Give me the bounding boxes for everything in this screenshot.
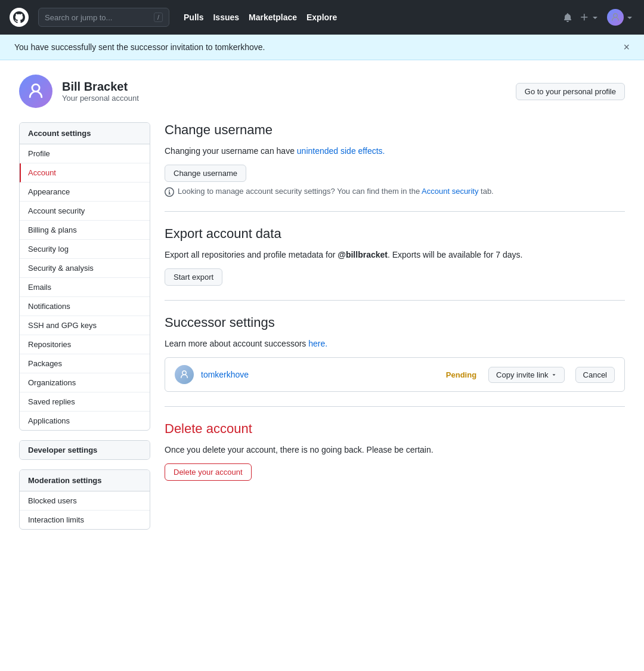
sidebar-item-notifications[interactable]: Notifications bbox=[20, 297, 150, 316]
change-username-title: Change username bbox=[165, 122, 625, 138]
pending-badge: Pending bbox=[446, 370, 476, 379]
sidebar-item-repositories[interactable]: Repositories bbox=[20, 335, 150, 354]
nav-pulls[interactable]: Pulls bbox=[184, 13, 203, 22]
sidebar-item-security-log[interactable]: Security log bbox=[20, 240, 150, 259]
add-new-button[interactable] bbox=[580, 13, 600, 22]
sidebar-item-interaction-limits[interactable]: Interaction limits bbox=[20, 511, 150, 529]
cancel-invitation-button[interactable]: Cancel bbox=[575, 367, 615, 383]
info-circle-icon bbox=[165, 187, 174, 197]
go-to-profile-button[interactable]: Go to your personal profile bbox=[516, 83, 625, 100]
sidebar-item-organizations[interactable]: Organizations bbox=[20, 373, 150, 392]
successor-desc: Learn more about account successors here… bbox=[165, 338, 625, 350]
successor-settings-title: Successor settings bbox=[165, 315, 625, 330]
delete-account-desc: Once you delete your account, there is n… bbox=[165, 444, 625, 456]
export-account-section: Export account data Export all repositor… bbox=[165, 226, 625, 301]
sidebar-item-blocked-users[interactable]: Blocked users bbox=[20, 491, 150, 511]
sidebar-item-emails[interactable]: Emails bbox=[20, 278, 150, 297]
notifications-bell-button[interactable] bbox=[563, 13, 572, 22]
search-slash-badge: / bbox=[154, 13, 163, 22]
account-security-info: Looking to manage account security setti… bbox=[178, 187, 494, 196]
successor-settings-section: Successor settings Learn more about acco… bbox=[165, 315, 625, 407]
delete-account-button[interactable]: Delete your account bbox=[165, 463, 252, 481]
sidebar-item-ssh-gpg[interactable]: SSH and GPG keys bbox=[20, 316, 150, 335]
export-account-desc: Export all repositories and profile meta… bbox=[165, 249, 625, 261]
account-security-link[interactable]: Account security bbox=[422, 187, 478, 196]
user-subtext: Your personal account bbox=[62, 94, 139, 103]
banner-close-button[interactable]: × bbox=[623, 42, 630, 52]
user-header: Bill Bracket Your personal account Go to… bbox=[19, 75, 625, 108]
delete-account-section: Delete account Once you delete your acco… bbox=[165, 421, 625, 495]
avatar bbox=[19, 75, 52, 108]
sidebar-item-billing[interactable]: Billing & plans bbox=[20, 221, 150, 240]
user-avatar-menu[interactable] bbox=[607, 9, 634, 26]
banner-message: You have successfully sent the successor… bbox=[14, 42, 265, 52]
sidebar-item-account[interactable]: Account bbox=[20, 163, 150, 183]
start-export-button[interactable]: Start export bbox=[165, 268, 222, 286]
successor-username-link[interactable]: tomkerkhove bbox=[201, 370, 439, 379]
success-banner: You have successfully sent the successor… bbox=[0, 35, 644, 60]
sidebar: Account settings Profile Account Appeara… bbox=[19, 122, 150, 539]
change-username-section: Change username Changing your username c… bbox=[165, 122, 625, 212]
github-logo[interactable] bbox=[10, 8, 29, 27]
successor-avatar bbox=[175, 365, 194, 384]
successor-here-link[interactable]: here. bbox=[308, 339, 327, 348]
export-account-title: Export account data bbox=[165, 226, 625, 242]
copy-invite-link-button[interactable]: Copy invite link bbox=[488, 367, 564, 383]
change-username-button[interactable]: Change username bbox=[165, 165, 246, 182]
sidebar-item-account-security[interactable]: Account security bbox=[20, 202, 150, 221]
sidebar-item-packages[interactable]: Packages bbox=[20, 354, 150, 373]
delete-account-title: Delete account bbox=[165, 421, 625, 437]
unintended-side-effects-link[interactable]: unintended side effects. bbox=[297, 146, 385, 156]
sidebar-item-security-analysis[interactable]: Security & analysis bbox=[20, 259, 150, 278]
sidebar-item-profile[interactable]: Profile bbox=[20, 144, 150, 163]
search-bar[interactable]: Search or jump to... / bbox=[38, 8, 169, 27]
export-username: @billbracket bbox=[338, 250, 388, 259]
user-name: Bill Bracket bbox=[62, 80, 139, 94]
nav-explore[interactable]: Explore bbox=[306, 13, 337, 22]
sidebar-item-applications[interactable]: Applications bbox=[20, 412, 150, 430]
main-content: Change username Changing your username c… bbox=[165, 122, 625, 539]
change-username-desc: Changing your username can have unintend… bbox=[165, 145, 625, 157]
sidebar-developer-settings[interactable]: Developer settings bbox=[20, 441, 150, 459]
sidebar-moderation-title: Moderation settings bbox=[20, 470, 150, 491]
top-nav: Search or jump to... / Pulls Issues Mark… bbox=[0, 0, 644, 35]
sidebar-account-settings-title: Account settings bbox=[20, 123, 150, 144]
sidebar-item-saved-replies[interactable]: Saved replies bbox=[20, 392, 150, 412]
search-text: Search or jump to... bbox=[45, 13, 149, 22]
sidebar-item-appearance[interactable]: Appearance bbox=[20, 183, 150, 202]
successor-card: tomkerkhove Pending Copy invite link Can… bbox=[165, 357, 625, 392]
nav-issues[interactable]: Issues bbox=[213, 13, 239, 22]
nav-marketplace[interactable]: Marketplace bbox=[249, 13, 297, 22]
